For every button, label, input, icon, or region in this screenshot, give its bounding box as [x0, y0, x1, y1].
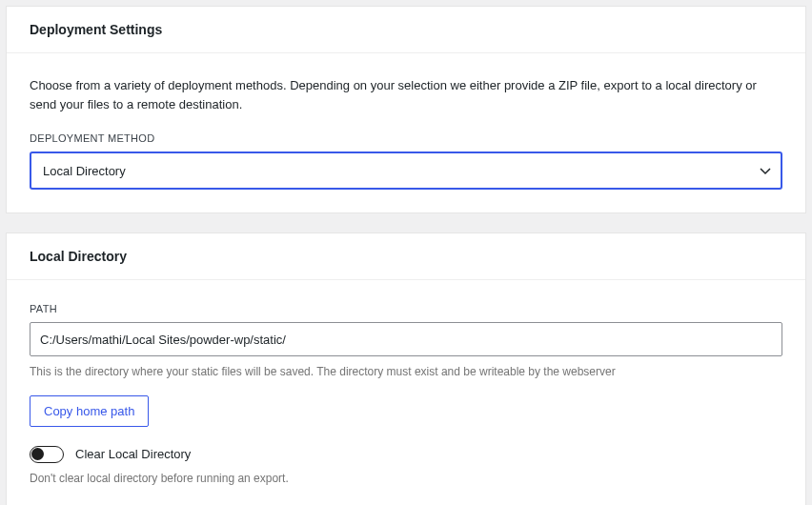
- clear-directory-help-text: Don't clear local directory before runni…: [30, 471, 782, 487]
- deployment-settings-card: Deployment Settings Choose from a variet…: [6, 6, 806, 213]
- copy-home-path-button[interactable]: Copy home path: [30, 395, 149, 427]
- deployment-method-label: DEPLOYMENT METHOD: [30, 132, 782, 144]
- card-body: Choose from a variety of deployment meth…: [7, 53, 805, 212]
- clear-directory-toggle-row: Clear Local Directory: [30, 446, 782, 463]
- card-header: Deployment Settings: [7, 7, 805, 53]
- toggle-knob: [31, 448, 44, 460]
- card-title: Local Directory: [30, 249, 782, 264]
- card-title: Deployment Settings: [30, 22, 782, 37]
- path-input[interactable]: [30, 322, 782, 356]
- path-help-text: This is the directory where your static …: [30, 364, 782, 380]
- path-label: PATH: [30, 303, 782, 314]
- deployment-method-select[interactable]: Local Directory: [30, 152, 782, 190]
- clear-directory-toggle[interactable]: [30, 446, 64, 463]
- local-directory-card: Local Directory PATH This is the directo…: [6, 232, 806, 505]
- intro-text: Choose from a variety of deployment meth…: [30, 76, 782, 113]
- card-body: PATH This is the directory where your st…: [7, 280, 805, 505]
- deployment-method-select-wrap: Local Directory: [30, 152, 782, 190]
- card-header: Local Directory: [7, 233, 805, 280]
- clear-directory-toggle-label: Clear Local Directory: [75, 447, 191, 461]
